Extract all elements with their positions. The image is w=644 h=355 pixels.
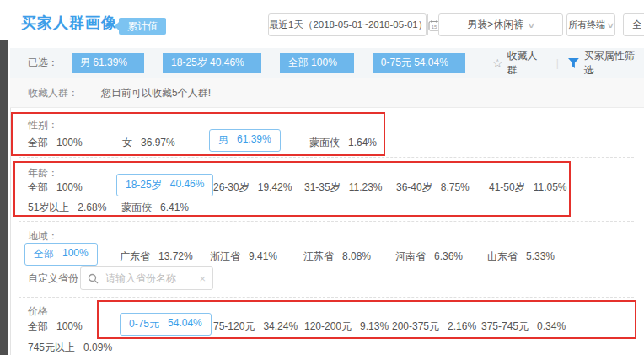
clear-icon[interactable]: × <box>199 272 206 285</box>
region-section-label: 地域： <box>28 229 58 244</box>
selected-tag-price[interactable]: 0-75元 54.04% <box>373 53 465 73</box>
vertical-divider: | <box>556 57 559 69</box>
date-range-label: 最近1天（2018-05-01~2018-05-01） <box>269 19 427 31</box>
price-section-label: 价格 <box>28 304 48 319</box>
price-option-745-plus[interactable]: 745元以上0.09% <box>28 341 112 355</box>
selected-bar-actions: ☆ 收藏人群 | 买家属性筛选 <box>492 54 644 73</box>
chevron-down-icon: ∨ <box>606 21 615 30</box>
more-label: 全 <box>632 18 642 32</box>
region-option-henan[interactable]: 河南省6.36% <box>395 250 463 264</box>
price-option-all[interactable]: 全部100% <box>28 320 83 334</box>
category-dropdown[interactable]: 男装>休闲裤 ∨ <box>438 13 563 36</box>
region-option-jiangsu[interactable]: 江苏省8.08% <box>303 250 371 264</box>
more-dropdown-partial[interactable]: 全 <box>623 13 644 36</box>
region-option-shandong[interactable]: 山东省5.33% <box>487 250 555 264</box>
date-range-picker[interactable]: 最近1天（2018-05-01~2018-05-01） 15 <box>268 13 427 36</box>
age-option-36-40[interactable]: 36-40岁8.75% <box>396 180 470 195</box>
price-option-75-120[interactable]: 75-120元34.24% <box>213 320 298 334</box>
favorite-row-message: 您目前可以收藏5个人群! <box>101 86 211 100</box>
terminal-dropdown[interactable]: 所有终端 ∨ <box>566 13 615 36</box>
selected-tag-age[interactable]: 18-25岁 40.46% <box>163 53 261 73</box>
price-option-200-375[interactable]: 200-375元2.16% <box>392 320 476 334</box>
page: 买家人群画像 累计值 最近1天（2018-05-01~2018-05-01） 1… <box>0 0 644 355</box>
selected-tag-region[interactable]: 全部 100% <box>280 53 354 73</box>
star-icon: ☆ <box>492 56 503 70</box>
custom-province-label: 自定义省份 <box>28 272 78 286</box>
gender-option-all[interactable]: 全部100% <box>28 136 83 150</box>
gender-option-female[interactable]: 女36.97% <box>122 136 175 150</box>
province-search-box: × <box>80 266 213 290</box>
gender-option-masked[interactable]: 蒙面侠1.64% <box>309 136 377 150</box>
gender-section-label: 性别： <box>28 118 58 132</box>
chevron-down-icon: ∨ <box>527 21 536 30</box>
buyer-attribute-filter-button[interactable]: 买家属性筛选 <box>568 49 644 78</box>
age-option-18-25-selected[interactable]: 18-25岁40.46% <box>116 174 213 196</box>
category-label: 男装>休闲裤 <box>467 18 523 32</box>
selected-label: 已选： <box>28 56 58 70</box>
section-divider <box>19 297 634 298</box>
age-option-31-35[interactable]: 31-35岁11.23% <box>304 180 383 195</box>
region-option-guangdong[interactable]: 广东省13.72% <box>120 250 193 264</box>
region-option-all-selected[interactable]: 全部100% <box>24 243 98 266</box>
sidebar-edge-strip[interactable] <box>0 40 8 355</box>
price-option-375-745[interactable]: 375-745元0.34% <box>481 320 566 334</box>
gender-option-male-selected[interactable]: 男61.39% <box>209 129 281 152</box>
selected-tags: 男 61.39% 18-25岁 40.46% 全部 100% 0-75元 54.… <box>72 53 465 73</box>
svg-text:15: 15 <box>432 24 437 30</box>
terminal-label: 所有终端 <box>568 19 605 31</box>
price-option-120-200[interactable]: 120-200元9.13% <box>304 320 389 334</box>
age-option-masked[interactable]: 蒙面侠6.41% <box>121 201 189 215</box>
favorite-audiences-row: 收藏人群： 您目前可以收藏5个人群! <box>10 78 644 108</box>
province-search-input[interactable] <box>104 272 194 285</box>
age-option-51-plus[interactable]: 51岁以上2.68% <box>28 201 106 215</box>
section-divider <box>19 157 634 158</box>
price-option-0-75-selected[interactable]: 0-75元54.04% <box>120 313 212 336</box>
section-divider <box>19 221 634 222</box>
buyer-attribute-filter-label: 买家属性筛选 <box>584 49 644 78</box>
age-option-26-30[interactable]: 26-30岁19.42% <box>213 180 292 195</box>
age-section-label: 年龄： <box>28 166 58 180</box>
funnel-icon <box>568 58 579 68</box>
page-title: 买家人群画像 <box>21 13 117 33</box>
search-icon <box>88 273 99 284</box>
age-option-41-50[interactable]: 41-50岁11.05% <box>489 180 567 195</box>
region-option-zhejiang[interactable]: 浙江省9.41% <box>210 250 277 264</box>
selected-tag-gender[interactable]: 男 61.39% <box>72 53 144 73</box>
favorite-audience-button[interactable]: ☆ 收藏人群 <box>492 49 547 78</box>
favorite-audience-label: 收藏人群 <box>507 49 547 78</box>
age-option-all[interactable]: 全部100% <box>28 180 83 195</box>
cumulative-value-badge: 累计值 <box>119 18 166 35</box>
favorite-row-label: 收藏人群： <box>28 86 78 100</box>
